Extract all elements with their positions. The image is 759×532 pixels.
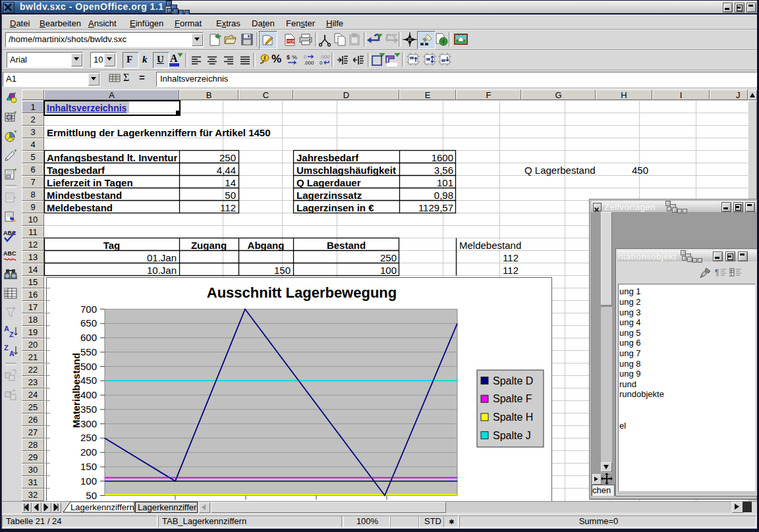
svg-text:250: 250	[80, 432, 97, 443]
svg-text:A: A	[9, 350, 14, 358]
svg-text:100: 100	[80, 475, 97, 487]
svg-text:Spalte D: Spalte D	[493, 375, 533, 386]
svg-text:600: 600	[80, 332, 97, 343]
svg-text:Materialbestand: Materialbestand	[70, 353, 82, 428]
svg-text:Z: Z	[4, 344, 9, 352]
svg-text:$: $	[287, 54, 290, 61]
svg-text:150: 150	[80, 461, 97, 472]
svg-text:450: 450	[80, 375, 97, 386]
svg-text:¶: ¶	[715, 268, 719, 277]
svg-text:.000: .000	[320, 54, 330, 60]
svg-text:300: 300	[80, 418, 97, 429]
svg-text:650: 650	[80, 317, 97, 329]
svg-text:400: 400	[80, 389, 97, 400]
svg-text:Spalte F: Spalte F	[493, 393, 532, 404]
svg-text:700: 700	[80, 304, 97, 315]
svg-text:ABC: ABC	[3, 250, 16, 257]
svg-text:Spalte H: Spalte H	[493, 412, 533, 423]
svg-text:.000: .000	[304, 60, 314, 65]
svg-text:%: %	[292, 54, 297, 61]
svg-text:550: 550	[80, 346, 97, 358]
svg-text:0: 0	[320, 60, 323, 65]
svg-text:200: 200	[80, 446, 97, 458]
svg-text:Ausschnitt Lagerbewegung: Ausschnitt Lagerbewegung	[207, 284, 397, 301]
svg-text:PDF: PDF	[287, 40, 295, 43]
svg-text:500: 500	[80, 361, 97, 372]
svg-text:Z: Z	[9, 331, 14, 338]
svg-text:350: 350	[80, 404, 97, 415]
svg-text:A: A	[4, 325, 9, 332]
svg-text:0: 0	[304, 54, 307, 60]
svg-text:50: 50	[86, 490, 97, 501]
svg-text:Spalte J: Spalte J	[493, 430, 531, 441]
